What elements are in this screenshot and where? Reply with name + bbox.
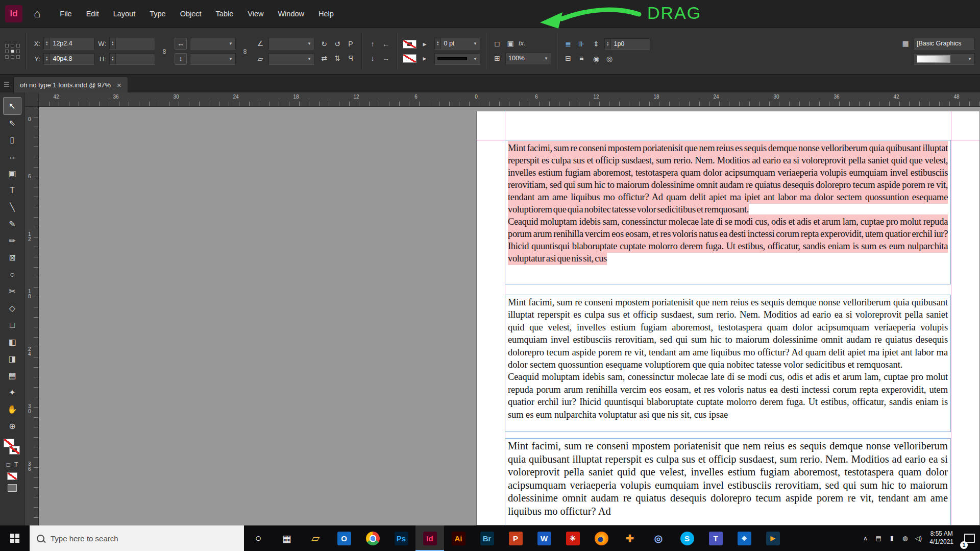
network-icon[interactable]: ◍ [899, 535, 911, 542]
menu-edit[interactable]: Edit [86, 10, 99, 18]
text-frame-substituted[interactable]: Mint facimi, sum re conseni mpostem pori… [505, 295, 951, 432]
bridge[interactable]: Br [473, 525, 501, 551]
horizontal-ruler[interactable]: 42363024181260612182430364248 [39, 92, 980, 107]
ellipse-tool[interactable]: ○ [4, 266, 21, 283]
align-center-button[interactable]: ⊟ [563, 53, 573, 64]
scale-x-dropdown[interactable]: ▼ [190, 38, 236, 50]
task-view[interactable]: ▦ [273, 525, 301, 551]
file-explorer[interactable]: ▱ [301, 525, 330, 551]
data-tool-app[interactable]: ◎ [644, 525, 673, 551]
action-center-button[interactable]: 1 [959, 525, 980, 551]
chrome[interactable] [358, 525, 387, 551]
teams[interactable]: T [701, 525, 730, 551]
spacing-value[interactable]: 1p0 [611, 40, 650, 47]
stroke-swatch[interactable] [9, 446, 20, 454]
swatch-preview-dropdown[interactable]: ▼ [914, 53, 975, 65]
corner-options-icon[interactable]: ◻ [492, 38, 502, 49]
text-frame-missing-font[interactable]: Mint facimi, sum re conseni mpostem pori… [505, 140, 951, 284]
stroke-swatch-arrow-icon[interactable]: ▸ [420, 39, 430, 50]
x-stepper[interactable]: ▲▼ [44, 38, 50, 49]
w-field[interactable]: ▲▼ [109, 38, 155, 50]
formatting-text-button[interactable]: T [14, 461, 18, 468]
spacing-stepper[interactable]: ▲▼ [605, 39, 611, 50]
page-tool[interactable]: ▯ [4, 131, 21, 148]
stroke-color-swatch[interactable] [403, 40, 416, 49]
menu-file[interactable]: File [60, 10, 71, 18]
media-player-app[interactable]: ▶ [758, 525, 787, 551]
select-previous-button[interactable]: ← [381, 39, 391, 50]
panel-grip[interactable] [0, 75, 13, 92]
x-field[interactable]: ▲▼ 12p2.4 [43, 38, 94, 50]
flip-vertical-button[interactable]: ⇅ [332, 53, 342, 64]
direct-selection-tool[interactable]: ⇖ [4, 114, 21, 131]
hand-tool[interactable]: ✋ [4, 401, 21, 418]
select-content-button[interactable]: ↓ [368, 53, 378, 64]
fill-swatch-arrow-icon[interactable]: ▸ [420, 53, 430, 64]
home-icon[interactable]: ⌂ [34, 7, 40, 20]
w-stepper[interactable]: ▲▼ [110, 38, 116, 49]
spacing-field[interactable]: ▲▼ 1p0 [604, 38, 650, 50]
volume-icon[interactable]: ◁) [912, 535, 924, 542]
text-frame-bottom[interactable]: Mint facimi, sum re conseni mpostem pori… [505, 438, 951, 525]
menu-object[interactable]: Object [180, 10, 202, 18]
powerpoint[interactable]: P [501, 525, 530, 551]
select-container-button[interactable]: ↑ [368, 39, 378, 50]
menu-layout[interactable]: Layout [113, 10, 136, 18]
taskbar-search-input[interactable]: Type here to search [30, 525, 244, 551]
menu-help[interactable]: Help [318, 10, 334, 18]
content-collector-tool[interactable]: ▣ [4, 165, 21, 182]
reference-point-proxy[interactable] [5, 44, 20, 59]
fill-color-swatch[interactable] [403, 54, 416, 63]
constrain-scale-icon[interactable]: ∞ [240, 46, 251, 56]
pencil-tool[interactable]: ✏ [4, 232, 21, 249]
rotate-ccw-button[interactable]: ↺ [332, 39, 342, 50]
tab-close-icon[interactable]: × [117, 81, 121, 89]
effects-fx-button[interactable]: fx. [519, 40, 525, 47]
h-field[interactable]: ▲▼ [109, 53, 155, 65]
indesign-logo[interactable]: Id [5, 5, 22, 22]
gradient-feather-tool[interactable]: ◨ [4, 350, 21, 367]
outlook[interactable]: O [330, 525, 358, 551]
stroke-weight-value[interactable]: 0 pt [441, 40, 471, 47]
object-style-icon[interactable]: ▣ [505, 38, 516, 49]
selection-tool[interactable]: ↖ [4, 98, 21, 114]
firefox[interactable] [587, 525, 616, 551]
select-next-button[interactable]: → [381, 53, 391, 64]
pasteboard[interactable]: Mint facimi, sum re conseni mpostem pori… [39, 107, 980, 525]
text-wrap-bounding-button[interactable]: ⊪ [576, 39, 586, 50]
acrobat[interactable]: ✳ [558, 525, 587, 551]
menu-view[interactable]: View [248, 10, 263, 18]
scale-y-dropdown[interactable]: ▼ [190, 53, 236, 65]
type-tool[interactable]: T [4, 182, 21, 199]
free-transform-tool[interactable]: ◇ [4, 300, 21, 317]
menu-table[interactable]: Table [216, 10, 234, 18]
h-stepper[interactable]: ▲▼ [110, 54, 116, 64]
cortana[interactable]: ○ [244, 525, 273, 551]
indesign[interactable]: Id [415, 525, 444, 551]
rectangle-tool[interactable]: □ [4, 317, 21, 333]
line-tool[interactable]: ╲ [4, 199, 21, 215]
gap-tool[interactable]: ↔ [4, 148, 21, 165]
start-button[interactable] [0, 525, 30, 551]
document-page[interactable]: Mint facimi, sum re conseni mpostem pori… [476, 111, 980, 525]
rotation-angle-dropdown[interactable]: ▼ [268, 38, 314, 50]
object-style-dropdown[interactable]: [Basic Graphics [914, 38, 975, 50]
utility-app[interactable]: ✚ [616, 525, 644, 551]
y-field[interactable]: ▲▼ 40p4.8 [43, 53, 94, 65]
panel-grid-icon[interactable]: ▦ [900, 38, 911, 49]
eyedropper-tool[interactable]: ✦ [4, 384, 21, 401]
word[interactable]: W [530, 525, 558, 551]
gradient-swatch-tool[interactable]: ◧ [4, 333, 21, 350]
y-value[interactable]: 40p4.8 [50, 55, 94, 62]
feather-effect-icon[interactable]: ◎ [604, 54, 615, 64]
stroke-type-dropdown[interactable]: ▼ [434, 53, 480, 65]
stroke-weight-dropdown[interactable]: ▲▼ 0 pt ▼ [434, 38, 480, 50]
text-wrap-none-button[interactable]: ≣ [563, 39, 573, 50]
rectangle-frame-tool[interactable]: ⊠ [4, 249, 21, 266]
document-tab[interactable]: oh no type 1 fonts.indd @ 97% × [13, 77, 128, 92]
opacity-dropdown[interactable]: 100% ▼ [505, 53, 551, 64]
pen-tool[interactable]: ✎ [4, 215, 21, 232]
blue-square-app[interactable]: ❖ [730, 525, 758, 551]
object-style-name[interactable]: [Basic Graphics [914, 40, 974, 47]
y-stepper[interactable]: ▲▼ [44, 54, 50, 64]
